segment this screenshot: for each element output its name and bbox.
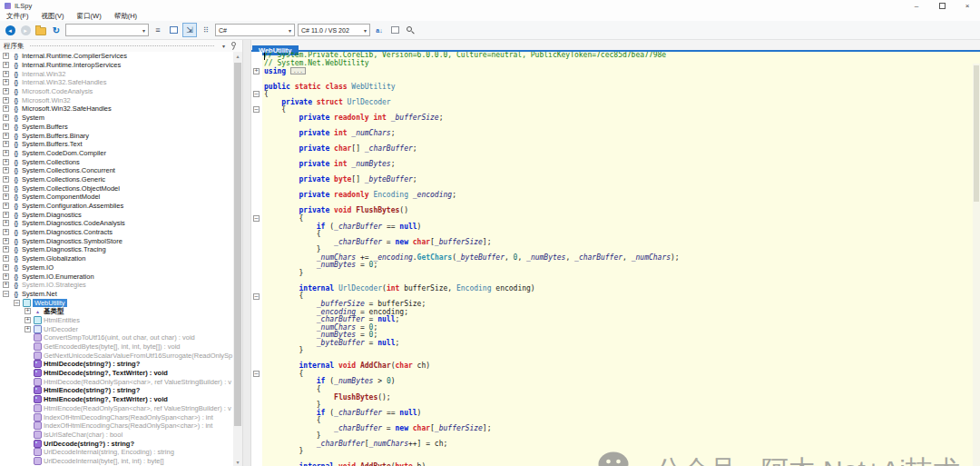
tree-item[interactable]: IndexOfHtmlDecodingChars(ReadOnlySpan<ch…: [0, 412, 233, 421]
tree-item[interactable]: +{}System.Configuration.Assemblies: [0, 202, 233, 211]
fold-collapse-icon[interactable]: –: [253, 215, 260, 222]
expand-icon[interactable]: +: [3, 150, 9, 156]
collapse-icon[interactable]: –: [3, 291, 9, 297]
panel-menu-dropdown-icon[interactable]: ▾: [220, 43, 228, 49]
expand-icon[interactable]: +: [3, 176, 9, 183]
open-file-button[interactable]: [34, 24, 47, 37]
forward-button[interactable]: ▸: [19, 24, 32, 37]
search-button[interactable]: [404, 24, 416, 37]
tree-item[interactable]: IsUrlSafeChar(char) : bool: [0, 431, 233, 440]
expand-icon[interactable]: +: [3, 53, 9, 59]
expand-icon[interactable]: +: [3, 167, 9, 174]
expand-icon[interactable]: +: [24, 317, 31, 323]
toggle-internal-api-button[interactable]: ≡: [152, 24, 164, 37]
close-button[interactable]: ×: [955, 0, 980, 11]
expand-icon[interactable]: +: [3, 71, 9, 77]
tree-item[interactable]: +{}System.Buffers.Binary: [0, 131, 233, 140]
expand-icon[interactable]: +: [3, 88, 9, 94]
panel-splitter[interactable]: [242, 40, 251, 466]
tree-scrollbar-thumb[interactable]: [234, 63, 241, 426]
tree-item[interactable]: IndexOfHtmlEncodingChars(ReadOnlySpan<ch…: [0, 421, 233, 431]
fold-collapse-icon[interactable]: –: [253, 293, 260, 300]
tree-item[interactable]: +{}Microsoft.CodeAnalysis: [0, 87, 233, 96]
tree-item[interactable]: HtmlEncode(string?, TextWriter) : void: [0, 395, 233, 404]
expand-icon[interactable]: +: [3, 159, 9, 165]
tree-item[interactable]: +{}System.ComponentModel: [0, 193, 233, 202]
tree-item[interactable]: +{}System: [0, 114, 233, 123]
tree-item[interactable]: +{}System.Diagnostics: [0, 210, 233, 219]
fold-expand-icon[interactable]: +: [253, 68, 260, 74]
expand-icon[interactable]: +: [3, 229, 9, 235]
expand-icon[interactable]: +: [3, 124, 9, 130]
tree-item[interactable]: GetEncodedBytes(byte[], int, int, byte[]…: [0, 342, 233, 352]
tree-item[interactable]: +{}Internal.Win32.SafeHandles: [0, 78, 233, 87]
open-new-tab-button[interactable]: [167, 24, 180, 37]
tree-item[interactable]: UrlDecode(string?) : string?: [0, 439, 233, 448]
code-scrollbar[interactable]: [973, 64, 980, 466]
expand-icon[interactable]: +: [3, 246, 9, 253]
tree-item[interactable]: HtmlDecode(string?) : string?: [0, 360, 233, 369]
expand-icon[interactable]: +: [24, 326, 31, 332]
tree-item[interactable]: +{}System.Diagnostics.SymbolStore: [0, 236, 233, 245]
dock-editor-button[interactable]: ⇲: [182, 23, 197, 37]
fold-collapse-icon[interactable]: –: [253, 91, 260, 97]
expand-icon[interactable]: +: [3, 79, 9, 85]
fold-collapse-icon[interactable]: –: [253, 106, 260, 113]
tree-item[interactable]: +{}Internal.Runtime.InteropServices: [0, 61, 233, 70]
tree-item[interactable]: +{}Internal.Runtime.CompilerServices: [0, 52, 233, 61]
scroll-up-icon[interactable]: ▴: [233, 53, 242, 59]
language-combobox[interactable]: C#▾: [215, 24, 295, 36]
tree-item[interactable]: HtmlDecode(string?, TextWriter) : void: [0, 369, 233, 378]
tree-item[interactable]: +{}System.Buffers: [0, 123, 233, 132]
tree-item[interactable]: GetNextUnicodeScalarValueFromUtf16Surrog…: [0, 351, 233, 360]
expand-icon[interactable]: +: [3, 185, 9, 192]
expand-icon[interactable]: +: [24, 308, 31, 314]
back-button[interactable]: ◂: [4, 24, 16, 37]
expand-icon[interactable]: +: [3, 255, 9, 262]
menu-item[interactable]: 窗口(W): [71, 11, 108, 21]
expand-icon[interactable]: +: [3, 105, 9, 112]
expand-icon[interactable]: +: [3, 220, 9, 226]
tree-item[interactable]: +{}Microsoft.Win32: [0, 95, 233, 104]
expand-icon[interactable]: +: [3, 114, 9, 121]
expand-icon[interactable]: +: [3, 62, 9, 68]
assembly-filter-combobox[interactable]: ▾: [65, 24, 149, 36]
reload-assemblies-button[interactable]: ↻: [50, 24, 63, 37]
tree-item[interactable]: HtmlEncode(ReadOnlySpan<char>, ref Value…: [0, 404, 233, 413]
scroll-down-icon[interactable]: ▾: [233, 459, 242, 465]
tree-item[interactable]: +{}System.Collections.Generic: [0, 175, 233, 184]
tree-item[interactable]: +HtmlEntities: [0, 316, 233, 325]
expand-icon[interactable]: +: [3, 282, 9, 288]
tree-item[interactable]: +{}Microsoft.Win32.SafeHandles: [0, 104, 233, 114]
tree-item[interactable]: +{}System.Globalization: [0, 254, 233, 263]
tree-item[interactable]: +{}System.CodeDom.Compiler: [0, 149, 233, 158]
menu-item[interactable]: 帮助(H): [108, 11, 143, 21]
code-scrollbar-thumb[interactable]: [974, 65, 979, 202]
tree-item[interactable]: +{}System.IO.Strategies: [0, 281, 233, 290]
expand-icon[interactable]: +: [3, 133, 9, 139]
new-window-button[interactable]: [388, 24, 401, 37]
tree-scrollbar[interactable]: ▴ ▾: [233, 52, 242, 466]
tree-item[interactable]: +{}System.Collections.ObjectModel: [0, 183, 233, 193]
collapse-icon[interactable]: –: [14, 300, 20, 306]
tree-item[interactable]: +▴基类型: [0, 307, 233, 316]
expand-icon[interactable]: +: [3, 273, 9, 280]
tree-item[interactable]: UrlDecodeInternal(string, Encoding) : st…: [0, 448, 233, 457]
tree-item[interactable]: +{}Internal.Win32: [0, 69, 233, 78]
tree-item[interactable]: +{}System.Collections: [0, 157, 233, 166]
tree-item[interactable]: +{}System.Collections.Concurrent: [0, 166, 233, 175]
minimize-button[interactable]: –: [904, 0, 929, 11]
tree-item[interactable]: ConvertSmpToUtf16(uint, out char, out ch…: [0, 333, 233, 342]
menu-item[interactable]: 视图(V): [35, 11, 71, 21]
fold-collapse-icon[interactable]: –: [253, 371, 260, 377]
tree-item[interactable]: –{}System.Net: [0, 290, 233, 299]
sort-members-button[interactable]: a↓: [373, 24, 386, 37]
expand-icon[interactable]: +: [3, 238, 9, 244]
expand-icon[interactable]: +: [3, 203, 9, 209]
expand-icon[interactable]: +: [3, 97, 9, 104]
tree-item[interactable]: +{}System.IO: [0, 263, 233, 273]
tree-item[interactable]: HtmlDecode(ReadOnlySpan<char>, ref Value…: [0, 377, 233, 386]
tree-item[interactable]: +UrlDecoder: [0, 324, 233, 333]
panel-grip[interactable]: [30, 45, 214, 46]
show-all-members-button[interactable]: ⠿: [200, 24, 212, 37]
